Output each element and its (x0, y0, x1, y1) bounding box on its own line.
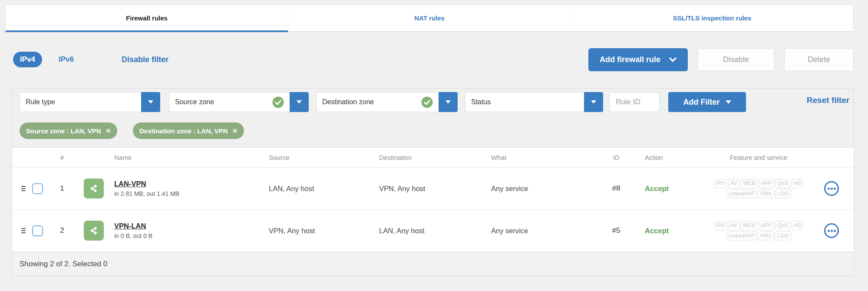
badge-linkednat: LinkedNAT (726, 231, 757, 241)
rule-destination: LAN, Any host (379, 227, 425, 235)
drag-handle-icon (20, 184, 26, 193)
drag-handle[interactable] (18, 168, 29, 209)
rule-id: #5 (612, 226, 620, 235)
badge-log: LOG (775, 189, 791, 198)
disable-filter-link[interactable]: Disable filter (122, 55, 168, 64)
source-zone-dropdown-button[interactable] (290, 92, 309, 112)
rule-source: VPN, Any host (269, 227, 315, 235)
feature-badges: IPS AV WEB APP QoS HB LinkedNAT PRX LOG (714, 179, 804, 198)
disable-button-label: Disable (723, 55, 749, 64)
destination-zone-dropdown[interactable]: Destination zone (316, 92, 458, 112)
active-filter-chips: Source zone : LAN, VPN ✕ Destination zon… (12, 116, 854, 147)
rule-action: Accept (645, 227, 669, 235)
tab-firewall-rules-label: Firewall rules (126, 14, 168, 22)
add-filter-label: Add Filter (683, 98, 720, 107)
status-dropdown-field[interactable]: Status (465, 92, 584, 112)
header-destination: Destination (379, 148, 483, 167)
rule-type-dropdown[interactable]: Rule type (20, 92, 160, 112)
delete-button-label: Delete (808, 55, 830, 64)
destination-zone-dropdown-field[interactable]: Destination zone (316, 92, 439, 112)
badge-av: AV (728, 179, 739, 188)
chip-destination-zone[interactable]: Destination zone : LAN, VPN ✕ (133, 122, 244, 139)
ipv6-toggle-label: IPv6 (59, 55, 74, 63)
header-source: Source (269, 148, 373, 167)
rule-id: #8 (612, 184, 620, 193)
drag-handle-icon (20, 226, 26, 235)
add-filter-button[interactable]: Add Filter (668, 92, 746, 112)
header-action: Action (645, 148, 693, 167)
rule-type-dropdown-field[interactable]: Rule type (20, 92, 141, 112)
rule-traffic: in 0 B, out 0 B (114, 232, 152, 239)
tab-firewall-rules[interactable]: Firewall rules (6, 5, 288, 31)
table-footer: Showing 2 of 2. Selected 0 (12, 252, 854, 275)
table-summary: Showing 2 of 2. Selected 0 (20, 260, 107, 268)
header-id: ID (601, 148, 631, 167)
triangle-down-icon (148, 100, 153, 104)
ipv4-toggle[interactable]: IPv4 (13, 52, 42, 67)
filter-active-check-icon (272, 96, 284, 108)
status-dropdown-label: Status (471, 98, 491, 106)
destination-zone-dropdown-label: Destination zone (322, 98, 374, 106)
status-dropdown[interactable]: Status (465, 92, 603, 112)
badge-hb: HB (792, 221, 803, 230)
firewall-rules-table: # Name Source Destination What ID Action… (12, 147, 854, 252)
rule-name-link[interactable]: VPN-LAN (114, 222, 152, 230)
firewall-rules-panel: Rule type Source zone (12, 88, 854, 276)
header-name: Name (114, 148, 257, 167)
filter-active-check-icon (421, 96, 433, 108)
rule-action: Accept (645, 185, 669, 193)
badge-app: APP (759, 179, 774, 188)
source-zone-dropdown-label: Source zone (175, 98, 214, 106)
badge-log: LOG (775, 231, 791, 241)
add-firewall-rule-button[interactable]: Add firewall rule (588, 48, 688, 71)
delete-button[interactable]: Delete (784, 48, 854, 71)
tab-ssl-tls-inspection-rules-label: SSL/TLS inspection rules (673, 14, 752, 22)
badge-av: AV (728, 221, 739, 230)
rule-type-tabbar: Firewall rules NAT rules SSL/TLS inspect… (5, 4, 854, 32)
rule-type-dropdown-label: Rule type (26, 98, 55, 106)
row-checkbox[interactable] (32, 183, 43, 194)
triangle-down-icon (446, 100, 451, 104)
rule-share-icon[interactable] (84, 179, 104, 198)
reset-filter-label: Reset filter (807, 96, 849, 105)
ipv4-toggle-label: IPv4 (20, 55, 35, 63)
rule-source: LAN, Any host (269, 185, 314, 193)
rule-name-link[interactable]: LAN-VPN (114, 180, 179, 188)
rule-traffic: in 2.81 MB, out 1.41 MB (114, 190, 179, 197)
badge-web: WEB (741, 221, 757, 230)
row-number: 2 (60, 226, 64, 235)
badge-hb: HB (792, 179, 803, 188)
badge-ips: IPS (714, 179, 727, 188)
disable-button[interactable]: Disable (697, 48, 775, 71)
header-what: What (491, 148, 591, 167)
source-zone-dropdown[interactable]: Source zone (169, 92, 309, 112)
rule-what: Any service (491, 227, 528, 235)
remove-chip-icon[interactable]: ✕ (106, 128, 111, 134)
tab-ssl-tls-inspection-rules[interactable]: SSL/TLS inspection rules (571, 5, 853, 31)
rule-destination: VPN, Any host (379, 185, 425, 193)
drag-handle[interactable] (18, 210, 29, 251)
destination-zone-dropdown-button[interactable] (439, 92, 458, 112)
badge-app: APP (759, 221, 774, 230)
reset-filter-link[interactable]: Reset filter (807, 96, 849, 105)
rule-type-dropdown-button[interactable] (141, 92, 160, 112)
disable-filter-label: Disable filter (122, 55, 168, 64)
row-checkbox[interactable] (32, 225, 43, 236)
chip-source-zone[interactable]: Source zone : LAN, VPN ✕ (20, 122, 117, 139)
row-menu-ellipsis-icon[interactable] (824, 223, 839, 238)
badge-linkednat: LinkedNAT (726, 189, 757, 198)
remove-chip-icon[interactable]: ✕ (232, 128, 238, 134)
toolbar: IPv4 IPv6 Disable filter Add firewall ru… (13, 43, 854, 76)
row-menu-ellipsis-icon[interactable] (824, 181, 839, 196)
filter-bar: Rule type Source zone (12, 89, 854, 116)
rule-what: Any service (491, 185, 528, 193)
badge-web: WEB (741, 179, 757, 188)
ipv6-toggle[interactable]: IPv6 (59, 55, 74, 64)
tab-nat-rules[interactable]: NAT rules (288, 5, 571, 31)
rule-share-icon[interactable] (84, 221, 104, 241)
feature-badges: IPS AV WEB APP QoS HB LinkedNAT PRX LOG (714, 221, 804, 241)
rule-id-input[interactable] (609, 92, 660, 112)
add-firewall-rule-label: Add firewall rule (600, 55, 660, 64)
status-dropdown-button[interactable] (584, 92, 603, 112)
source-zone-dropdown-field[interactable]: Source zone (169, 92, 290, 112)
